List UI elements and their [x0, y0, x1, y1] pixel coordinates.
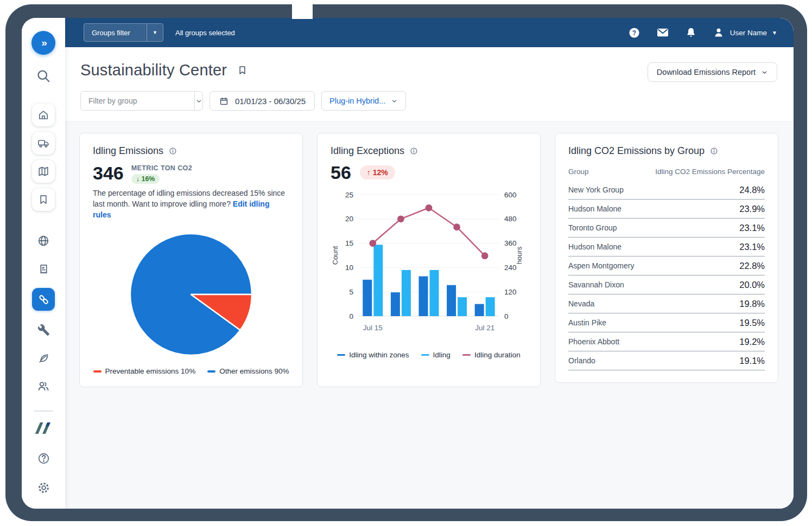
caret-down-icon: ▼	[772, 30, 777, 36]
download-emissions-report-button[interactable]: Download Emissions Report	[648, 62, 777, 82]
wrench-icon	[37, 324, 50, 336]
sidebar-item-bookmarks[interactable]	[32, 188, 55, 211]
sidebar-item-reports[interactable]	[32, 260, 55, 278]
sidebar-item-home[interactable]	[32, 104, 55, 126]
legend-label: Idling within zones	[349, 351, 409, 359]
date-range-picker[interactable]: 01/01/23 - 06/30/25	[210, 91, 315, 111]
idling-emissions-card: Idling Emissions 346 METRIC TON CO2 ↓ 16…	[79, 133, 303, 387]
table-row: Nevada19.8%	[568, 294, 765, 313]
calendar-icon	[219, 96, 229, 106]
group-filter-input[interactable]	[81, 97, 194, 105]
sidebar-item-search[interactable]	[32, 67, 55, 85]
info-icon[interactable]	[709, 146, 719, 156]
legend-dash-icon	[337, 354, 345, 356]
sidebar-item-sustainability[interactable]	[32, 349, 55, 367]
table-row: Hudson Malone23.9%	[568, 200, 765, 219]
gear-icon	[36, 480, 51, 495]
group-percentage: 19.8%	[739, 299, 765, 309]
dashboard-content: Idling Emissions 346 METRIC TON CO2 ↓ 16…	[65, 122, 794, 509]
legend-item: Idling	[421, 351, 451, 359]
legend-label: Preventable emissions 10%	[105, 367, 196, 375]
bookmark-icon	[37, 193, 50, 206]
legend-dash-icon	[421, 354, 429, 356]
card-title: Idling Exceptions	[331, 145, 404, 157]
legend-dash-icon	[462, 354, 471, 356]
topbar-messages-button[interactable]	[656, 25, 670, 40]
table-row: Orlando19.1%	[568, 351, 765, 370]
groups-table-body: New York Group24.8%Hudson Malone23.9%Tor…	[568, 181, 765, 370]
globe-icon	[36, 234, 50, 248]
group-percentage: 24.8%	[739, 185, 765, 195]
sidebar-item-rules-active[interactable]	[32, 288, 55, 311]
topbar-help-button[interactable]: ?	[627, 25, 642, 40]
info-icon[interactable]	[409, 146, 418, 156]
sidebar-item-maintenance[interactable]	[32, 320, 55, 339]
svg-text:600: 600	[504, 191, 517, 199]
svg-text:Jul 15: Jul 15	[363, 324, 383, 332]
group-name: Nevada	[568, 299, 594, 308]
change-badge-up: ↑ 12%	[360, 165, 395, 179]
table-row: Aspen Montgomery22.8%	[568, 256, 765, 275]
user-menu[interactable]: User Name ▼	[712, 26, 777, 39]
legend-label: Idling	[433, 351, 451, 359]
svg-text:5: 5	[349, 288, 353, 296]
group-name: Orlando	[568, 356, 595, 365]
brand-logo-icon	[33, 421, 54, 435]
info-icon[interactable]	[168, 146, 177, 156]
group-filter-input-wrap	[80, 91, 203, 111]
group-percentage: 23.9%	[739, 204, 765, 214]
group-name: Hudson Malone	[568, 242, 621, 251]
group-percentage: 19.5%	[739, 318, 765, 328]
main-area: Groups filter ▼ All groups selected ?	[65, 18, 794, 509]
sidebar-item-settings[interactable]	[32, 478, 55, 497]
help-icon	[36, 451, 51, 466]
page-header: Sustainability Center Download Emissions…	[65, 47, 794, 122]
bell-icon	[684, 26, 697, 39]
sidebar-expand-button[interactable]: »	[31, 31, 55, 55]
chevron-down-icon[interactable]	[194, 92, 202, 110]
sidebar-item-vehicles[interactable]	[32, 132, 55, 155]
bookmark-page-icon[interactable]	[237, 65, 248, 76]
sidebar-divider	[34, 410, 53, 412]
vehicle-type-select[interactable]: Plug-in Hybrid...	[321, 91, 406, 111]
group-name: Toronto Group	[568, 223, 617, 232]
group-name: New York Group	[568, 185, 624, 194]
idling-exceptions-value: 56	[331, 163, 351, 182]
group-percentage: 20.0%	[739, 280, 765, 290]
metric-unit: METRIC TON CO2	[131, 164, 192, 172]
svg-text:10: 10	[345, 264, 353, 272]
svg-text:15: 15	[345, 239, 353, 247]
app-screen: »	[22, 18, 794, 509]
svg-text:25: 25	[345, 191, 353, 199]
svg-text:Jul 21: Jul 21	[475, 324, 494, 332]
chevron-down-icon	[761, 69, 768, 76]
svg-text:360: 360	[504, 239, 517, 247]
leaf-icon	[37, 351, 50, 365]
topbar-notifications-button[interactable]	[684, 25, 698, 40]
svg-text:0: 0	[504, 312, 509, 320]
vehicle-type-value: Plug-in Hybrid...	[329, 97, 385, 105]
svg-text:hours: hours	[515, 246, 523, 264]
report-icon	[37, 262, 50, 276]
combo-legend: Idling within zonesIdlingIdling duration	[331, 351, 527, 359]
chevron-down-icon	[391, 98, 398, 105]
table-header: Group Idling CO2 Emissions Percentage	[568, 168, 765, 181]
groups-filter-button[interactable]: Groups filter ▼	[84, 23, 163, 42]
sidebar-item-zones[interactable]	[32, 232, 55, 250]
link-icon	[37, 293, 50, 306]
group-percentage: 19.2%	[739, 337, 765, 347]
legend-item: Idling within zones	[337, 351, 409, 359]
column-header-percentage: Idling CO2 Emissions Percentage	[655, 168, 765, 176]
sidebar-item-map[interactable]	[32, 160, 55, 183]
caret-down-icon[interactable]: ▼	[147, 24, 163, 41]
user-icon	[712, 26, 725, 39]
sidebar-item-users[interactable]	[32, 377, 55, 395]
idling-emissions-value: 346	[93, 164, 124, 182]
legend-dash-icon	[93, 370, 101, 373]
sidebar-item-help[interactable]	[32, 449, 55, 467]
group-name: Hudson Malone	[568, 204, 621, 213]
table-row: Austin Pike19.5%	[568, 313, 765, 332]
groups-filter-label: Groups filter	[84, 24, 147, 41]
table-row: New York Group24.8%	[568, 181, 765, 200]
users-icon	[36, 379, 50, 393]
